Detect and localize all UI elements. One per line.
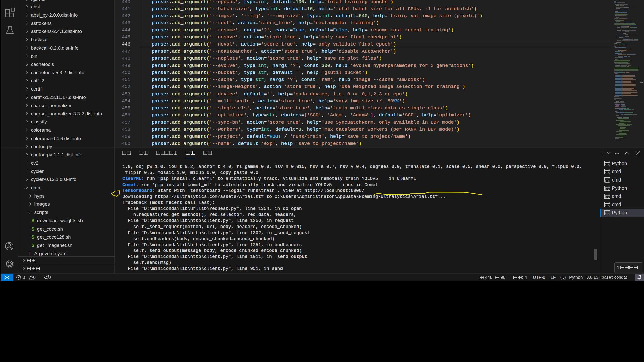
svg-text:C:\: C:\ — [605, 179, 609, 182]
svg-text:C:\: C:\ — [605, 171, 609, 174]
svg-text:C:\: C:\ — [605, 212, 609, 215]
svg-text:C:\: C:\ — [605, 163, 609, 166]
svg-text:C:\: C:\ — [605, 204, 609, 207]
svg-text:C:\: C:\ — [605, 188, 609, 190]
svg-text:C:\: C:\ — [605, 196, 609, 199]
